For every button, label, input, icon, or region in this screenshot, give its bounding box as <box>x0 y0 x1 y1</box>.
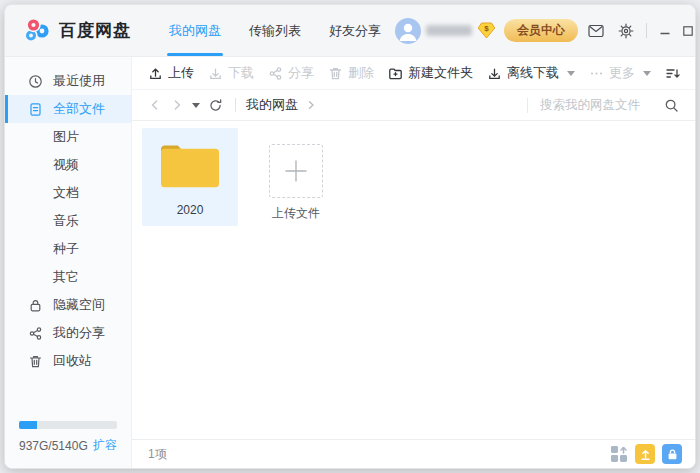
tab-friend-share[interactable]: 好友分享 <box>315 5 395 56</box>
chevron-down-icon <box>567 71 575 76</box>
sidebar-item-videos[interactable]: 视频 <box>5 151 131 179</box>
tab-transfer-list[interactable]: 传输列表 <box>235 5 315 56</box>
plus-icon <box>269 144 323 198</box>
sidebar-item-music[interactable]: 音乐 <box>5 207 131 235</box>
sidebar-item-recent[interactable]: 最近使用 <box>5 67 131 95</box>
search-input[interactable] <box>540 98 662 112</box>
nav-divider <box>235 98 236 112</box>
more-icon <box>589 66 604 81</box>
minimize-button[interactable] <box>655 19 675 43</box>
vip-badge-icon[interactable]: $ <box>477 22 496 39</box>
storage-usage-text: 937G/5140G <box>19 439 88 453</box>
refresh-button[interactable] <box>208 98 223 113</box>
member-center-button[interactable]: 会员中心 <box>504 19 578 42</box>
sidebar-item-others[interactable]: 其它 <box>5 263 131 291</box>
chevron-left-icon <box>148 98 162 112</box>
clock-icon <box>27 74 43 89</box>
upload-button[interactable]: 上传 <box>148 64 194 82</box>
minimize-icon <box>659 25 671 37</box>
message-button[interactable] <box>584 19 608 43</box>
maximize-icon <box>682 25 694 37</box>
delete-icon <box>328 66 343 81</box>
storage-progress <box>19 421 117 429</box>
sidebar-item-all-files[interactable]: 全部文件 <box>5 95 131 123</box>
share-icon <box>27 326 43 341</box>
back-button[interactable] <box>148 98 162 112</box>
folder-name: 2020 <box>177 203 204 217</box>
folder-tile-2020[interactable]: 2020 <box>142 128 238 226</box>
sidebar-item-torrents[interactable]: 种子 <box>5 235 131 263</box>
lock-icon <box>666 448 679 461</box>
lock-icon <box>27 298 43 313</box>
upload-tile-label: 上传文件 <box>272 205 320 222</box>
storage-panel: 937G/5140G 扩容 <box>5 411 131 468</box>
main-panel: 上传 下载 分享 删除 新建文件夹 <box>132 57 695 468</box>
history-dropdown-button[interactable] <box>192 103 200 108</box>
sidebar: 最近使用 全部文件 图片 视频 文档 音乐 种子 其它 隐藏空间 我的分享 <box>5 57 132 468</box>
main-tabs: 我的网盘 传输列表 好友分享 <box>155 5 395 56</box>
new-folder-button[interactable]: 新建文件夹 <box>388 64 473 82</box>
file-icon <box>27 102 43 117</box>
more-button[interactable]: 更多 <box>589 64 651 82</box>
header-divider <box>646 23 647 38</box>
app-logo: 百度网盘 <box>23 17 131 44</box>
mini-window-icon[interactable] <box>610 445 628 463</box>
offline-download-button[interactable]: 离线下载 <box>487 64 575 82</box>
gear-icon <box>618 23 634 39</box>
locked-space-icon[interactable] <box>662 444 682 464</box>
settings-button[interactable] <box>614 19 638 43</box>
share-icon <box>268 66 283 81</box>
upload-file-tile[interactable]: 上传文件 <box>248 128 344 231</box>
new-folder-icon <box>388 66 403 81</box>
toolbar: 上传 下载 分享 删除 新建文件夹 <box>132 57 695 89</box>
upload-tasks-icon[interactable] <box>635 444 655 464</box>
trash-icon <box>27 354 43 369</box>
breadcrumb-separator-icon <box>306 100 316 110</box>
sidebar-item-my-shares[interactable]: 我的分享 <box>5 319 131 347</box>
maximize-button[interactable] <box>678 19 696 43</box>
offline-download-icon <box>487 66 502 81</box>
header-right: $ 会员中心 <box>395 18 696 44</box>
upload-icon <box>148 66 163 81</box>
folder-icon <box>158 140 222 192</box>
sort-button[interactable] <box>665 66 681 81</box>
user-avatar[interactable] <box>395 18 421 44</box>
status-bar: 1项 <box>132 439 695 468</box>
app-window: 百度网盘 我的网盘 传输列表 好友分享 $ 会员中心 <box>4 4 696 469</box>
baidu-netdisk-logo-icon <box>23 17 51 44</box>
item-count: 1项 <box>148 446 167 463</box>
sort-icon <box>665 66 681 81</box>
download-icon <box>208 66 223 81</box>
expand-storage-link[interactable]: 扩容 <box>93 437 117 454</box>
chevron-right-icon <box>170 98 184 112</box>
tab-my-drive[interactable]: 我的网盘 <box>155 5 235 56</box>
sidebar-item-hidden-space[interactable]: 隐藏空间 <box>5 291 131 319</box>
share-button[interactable]: 分享 <box>268 64 314 82</box>
refresh-icon <box>208 98 223 113</box>
person-icon <box>395 18 421 44</box>
chevron-down-icon <box>643 71 651 76</box>
sidebar-item-recycle-bin[interactable]: 回收站 <box>5 347 131 375</box>
search-box <box>527 98 679 113</box>
sidebar-item-documents[interactable]: 文档 <box>5 179 131 207</box>
forward-button[interactable] <box>170 98 184 112</box>
title-bar: 百度网盘 我的网盘 传输列表 好友分享 $ 会员中心 <box>5 5 695 57</box>
envelope-icon <box>588 24 604 38</box>
download-button[interactable]: 下载 <box>208 64 254 82</box>
storage-progress-fill <box>19 421 37 429</box>
username-blurred <box>426 25 472 36</box>
delete-button[interactable]: 删除 <box>328 64 374 82</box>
navigation-bar: 我的网盘 <box>132 89 695 121</box>
svg-text:$: $ <box>484 24 489 33</box>
chevron-down-icon <box>192 103 200 108</box>
file-grid: 2020 上传文件 <box>132 121 695 439</box>
breadcrumb-root[interactable]: 我的网盘 <box>246 96 298 114</box>
app-title: 百度网盘 <box>59 19 131 42</box>
search-icon[interactable] <box>664 98 679 113</box>
sidebar-item-pictures[interactable]: 图片 <box>5 123 131 151</box>
